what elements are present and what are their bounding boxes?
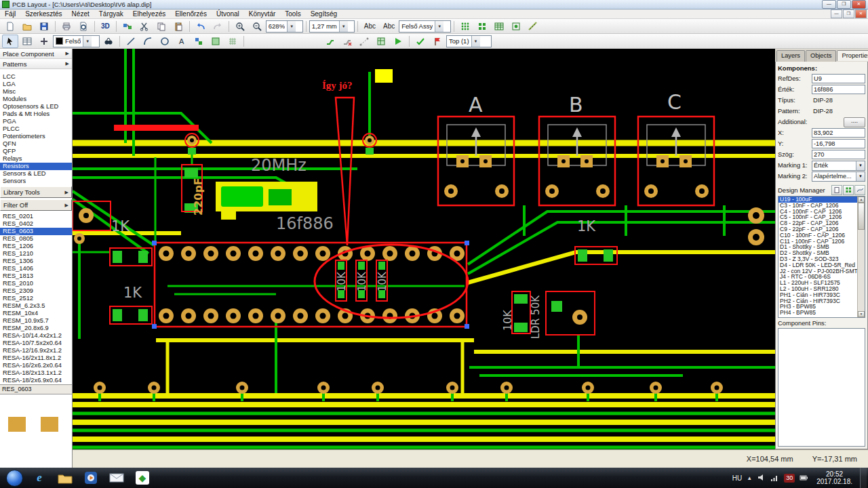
- property-input[interactable]: 16f886: [812, 85, 865, 94]
- property-input[interactable]: 83,902: [812, 128, 865, 138]
- pattern-grid-button-2[interactable]: [474, 20, 490, 33]
- copy-button[interactable]: [153, 20, 170, 33]
- zoom-combo[interactable]: 628%▼: [266, 20, 303, 33]
- category-item[interactable]: Sensors & LED: [0, 170, 72, 178]
- design-manager-item[interactable]: D2 - Shottky - SMB: [778, 250, 865, 256]
- layers-table-button[interactable]: [19, 35, 35, 48]
- design-manager-item[interactable]: C4 - 100nF - CAP_1206: [778, 209, 865, 215]
- open-button[interactable]: [19, 20, 35, 33]
- temperature-badge[interactable]: 30: [784, 474, 795, 483]
- design-manager-item[interactable]: C10 - 100nF - CAP_1206: [778, 232, 865, 239]
- part-item[interactable]: RES_2309: [0, 287, 72, 295]
- part-item[interactable]: RESM_6.2x3.5: [0, 302, 72, 310]
- category-item[interactable]: PGA: [0, 118, 72, 125]
- language-indicator[interactable]: HU: [732, 474, 742, 482]
- start-button[interactable]: [6, 470, 23, 487]
- cut-button[interactable]: [136, 20, 153, 33]
- part-item[interactable]: RES_1210: [0, 250, 72, 258]
- circle-tool-button[interactable]: [157, 35, 173, 48]
- error-flag-button[interactable]: [429, 35, 446, 48]
- media-taskbar-icon[interactable]: [83, 470, 99, 486]
- ratline-tool-button[interactable]: [356, 35, 372, 48]
- design-manager-item[interactable]: PH1 - Cián - HIR7393C: [778, 292, 865, 298]
- category-item[interactable]: LGA: [0, 81, 72, 88]
- menu-item[interactable]: Útvonal: [212, 9, 244, 19]
- scroll-up-icon[interactable]: ▲: [858, 197, 865, 203]
- part-item[interactable]: RESA-18/2x6.9x0.64: [0, 377, 72, 384]
- scroll-thumb[interactable]: [858, 203, 865, 230]
- category-item[interactable]: LCC: [0, 73, 72, 81]
- pattern-tool-button[interactable]: [191, 35, 207, 48]
- route-tool-button[interactable]: [322, 35, 338, 48]
- category-item[interactable]: Potentiometers: [0, 133, 72, 140]
- menu-item[interactable]: Tárgyak: [94, 9, 128, 19]
- part-item[interactable]: RESA-12/16.9x2x1.2: [0, 347, 72, 354]
- diptrace-taskbar-icon[interactable]: ◆: [134, 470, 151, 486]
- property-select[interactable]: Érték▼: [812, 161, 865, 171]
- current-layer-combo[interactable]: Felső▼: [53, 35, 100, 47]
- part-item[interactable]: RESM_10.9x5.7: [0, 317, 72, 325]
- design-manager-item[interactable]: J2 - con 12V - PJ-002BH-SMT: [778, 268, 865, 274]
- new-button[interactable]: [2, 20, 18, 33]
- design-manager-item[interactable]: C8 - 22pF - CAP_1206: [778, 220, 865, 226]
- category-item[interactable]: Optosensors & LED: [0, 103, 72, 110]
- fill-tool-button[interactable]: [208, 35, 224, 48]
- mail-taskbar-icon[interactable]: [108, 470, 125, 486]
- menu-item[interactable]: Segítség: [306, 9, 342, 19]
- design-manager-item[interactable]: C5 - 100nF - CAP_1206: [778, 214, 865, 220]
- menu-item[interactable]: Tools: [280, 9, 305, 19]
- part-item[interactable]: RES_2512: [0, 295, 72, 302]
- patterns-header[interactable]: Patterns ▶: [0, 59, 72, 69]
- maximize-button[interactable]: ❐: [837, 0, 851, 9]
- design-manager-item[interactable]: D3 - Z 3,3V - SOD-323: [778, 256, 865, 262]
- arc-tool-button[interactable]: [140, 35, 156, 48]
- filter-button[interactable]: Filter Off ▶: [0, 199, 72, 211]
- property-select[interactable]: Alapértelme...▼: [812, 171, 865, 182]
- zoom-in-button[interactable]: [232, 20, 248, 33]
- explorer-taskbar-icon[interactable]: [57, 470, 73, 486]
- category-item[interactable]: Relays: [0, 155, 72, 163]
- copper-pour-tool-button[interactable]: [373, 35, 389, 48]
- save-button[interactable]: [36, 20, 52, 33]
- tab-layers[interactable]: Layers: [776, 50, 805, 62]
- abc-marking-button[interactable]: Abc: [361, 20, 379, 33]
- find-button[interactable]: [100, 35, 117, 48]
- part-item[interactable]: RES_0805: [0, 235, 72, 243]
- menu-item[interactable]: Elhelyezés: [128, 9, 170, 19]
- part-item[interactable]: RESA-16/2x11.8x1.2: [0, 354, 72, 362]
- design-manager-item[interactable]: D1 - Shottky - SMB: [778, 244, 865, 250]
- mdi-restore-button[interactable]: ❐: [843, 9, 854, 18]
- assy-layer-combo[interactable]: Felső Assy▼: [399, 20, 451, 33]
- print-preview-button[interactable]: [75, 20, 92, 33]
- paste-button[interactable]: [170, 20, 186, 33]
- verification-button[interactable]: [412, 35, 429, 48]
- part-item[interactable]: RES_1306: [0, 258, 72, 265]
- design-manager-scrollbar[interactable]: ▲ ▼: [857, 197, 865, 317]
- part-item[interactable]: RES_0402: [0, 220, 72, 228]
- design-manager-item[interactable]: L2 - 100uH - SRR1280: [778, 286, 865, 292]
- mdi-close-button[interactable]: ✕: [855, 9, 867, 18]
- component-pins-listbox[interactable]: [778, 328, 865, 447]
- part-item[interactable]: RES_1206: [0, 243, 72, 250]
- tray-expand-icon[interactable]: ▲: [747, 475, 752, 481]
- ie-taskbar-icon[interactable]: e: [31, 470, 47, 486]
- view-3d-button[interactable]: 3D: [98, 20, 113, 33]
- part-item[interactable]: RESA-16/2x6.2x0.64: [0, 362, 72, 369]
- part-item[interactable]: RESM_10x4: [0, 310, 72, 317]
- property-input[interactable]: -16,798: [812, 139, 865, 148]
- property-input[interactable]: 270: [812, 150, 865, 159]
- category-item[interactable]: Sensors: [0, 178, 72, 185]
- design-manager-item[interactable]: U19 - 100uF: [778, 197, 865, 203]
- signal-layer-combo[interactable]: Top (1)▼: [446, 35, 492, 47]
- print-button[interactable]: [58, 20, 75, 33]
- category-item[interactable]: QFP: [0, 148, 72, 155]
- category-item[interactable]: QFN: [0, 140, 72, 148]
- part-item[interactable]: RESA-10/7.5x2x0.64: [0, 340, 72, 347]
- scroll-down-icon[interactable]: ▼: [858, 311, 865, 317]
- design-manager-item[interactable]: D4 - LDR 50K - LED-5R_Red: [778, 262, 865, 268]
- part-item[interactable]: RESA-10/14.4x2x1.2: [0, 332, 72, 340]
- design-manager-item[interactable]: L1 - 220uH - SLF12575: [778, 280, 865, 286]
- part-item[interactable]: RESA-18/2x13.1x1.2: [0, 369, 72, 377]
- pattern-grid-button-3[interactable]: [491, 20, 507, 33]
- property-input[interactable]: U9: [812, 74, 865, 83]
